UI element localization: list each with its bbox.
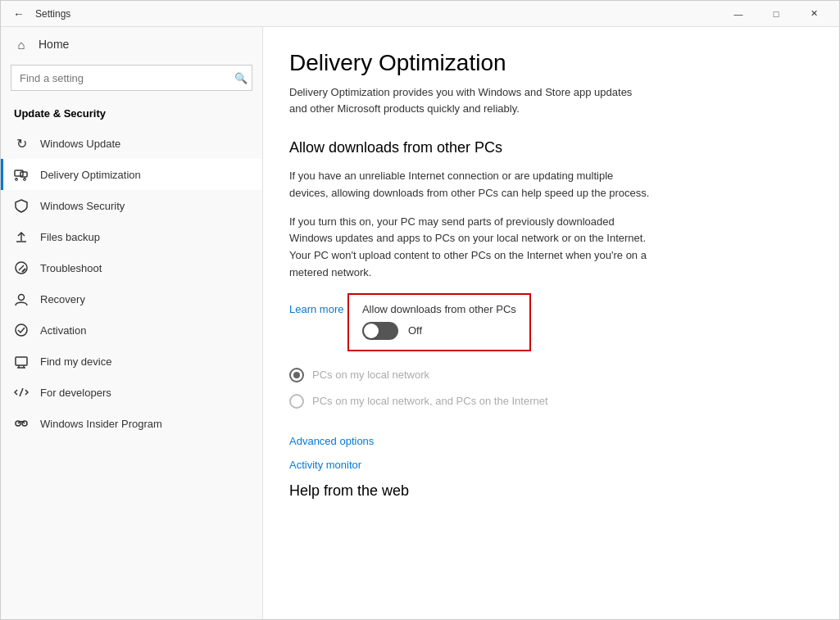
window-title: Settings xyxy=(35,8,720,20)
help-heading: Help from the web xyxy=(289,482,813,500)
sidebar: ⌂ Home 🔍 Update & Security ↻ Windows Upd… xyxy=(1,27,263,619)
home-icon: ⌂ xyxy=(14,37,29,52)
learn-more-link[interactable]: Learn more xyxy=(289,303,343,315)
allow-downloads-heading: Allow downloads from other PCs xyxy=(289,139,813,156)
files-backup-icon xyxy=(14,229,29,244)
svg-rect-13 xyxy=(16,357,27,365)
close-button[interactable]: ✕ xyxy=(795,1,833,27)
svg-line-10 xyxy=(22,269,25,272)
search-box: 🔍 xyxy=(11,65,252,91)
page-title: Delivery Optimization xyxy=(289,50,813,76)
sidebar-section-title: Update & Security xyxy=(1,101,262,128)
toggle-row: Off xyxy=(362,322,516,340)
sidebar-item-windows-update[interactable]: ↻ Windows Update xyxy=(1,128,262,159)
sidebar-item-files-backup[interactable]: Files backup xyxy=(1,221,262,252)
troubleshoot-icon xyxy=(14,260,29,275)
window-controls: — □ ✕ xyxy=(720,1,833,27)
sidebar-item-home[interactable]: ⌂ Home xyxy=(1,27,262,61)
find-device-icon xyxy=(14,354,29,369)
activation-icon xyxy=(14,323,29,337)
radio-option-internet[interactable]: PCs on my local network, and PCs on the … xyxy=(289,394,813,409)
sidebar-item-for-developers[interactable]: For developers xyxy=(1,377,262,408)
back-button[interactable]: ← xyxy=(7,2,30,25)
sidebar-item-windows-insider[interactable]: Windows Insider Program xyxy=(1,408,262,439)
minimize-button[interactable]: — xyxy=(720,1,757,27)
radio-internet-circle xyxy=(289,394,304,409)
windows-security-icon xyxy=(14,198,29,213)
allow-downloads-toggle[interactable] xyxy=(362,322,398,340)
developers-icon xyxy=(14,385,29,400)
allow-text-1: If you have an unreliable Internet conne… xyxy=(289,168,650,202)
svg-line-9 xyxy=(19,265,24,270)
sidebar-item-delivery-optimization[interactable]: Delivery Optimization xyxy=(1,159,262,190)
svg-rect-0 xyxy=(15,170,23,176)
page-description: Delivery Optimization provides you with … xyxy=(289,84,633,116)
sidebar-item-recovery[interactable]: Recovery xyxy=(1,283,262,315)
radio-local-circle xyxy=(289,368,304,382)
radio-internet-label: PCs on my local network, and PCs on the … xyxy=(312,395,548,407)
svg-point-12 xyxy=(16,324,27,336)
recovery-icon xyxy=(14,292,29,306)
radio-option-local[interactable]: PCs on my local network xyxy=(289,368,813,382)
windows-update-icon: ↻ xyxy=(14,136,29,151)
toggle-state-label: Off xyxy=(408,324,422,337)
maximize-button[interactable]: □ xyxy=(757,1,795,27)
sidebar-item-find-my-device[interactable]: Find my device xyxy=(1,346,262,377)
windows-insider-icon xyxy=(14,416,29,431)
search-icon[interactable]: 🔍 xyxy=(234,72,247,84)
svg-line-17 xyxy=(20,388,23,396)
advanced-options-link[interactable]: Advanced options xyxy=(289,435,813,447)
radio-local-label: PCs on my local network xyxy=(312,369,429,381)
svg-point-11 xyxy=(19,295,25,301)
delivery-optimization-icon xyxy=(14,167,29,182)
content-area: ⌂ Home 🔍 Update & Security ↻ Windows Upd… xyxy=(1,27,839,619)
search-input[interactable] xyxy=(11,65,252,91)
titlebar: ← Settings — □ ✕ xyxy=(1,1,839,27)
settings-window: ← Settings — □ ✕ ⌂ Home 🔍 Update & Secur… xyxy=(0,0,840,620)
toggle-box: Allow downloads from other PCs Off xyxy=(347,293,531,351)
sidebar-item-windows-security[interactable]: Windows Security xyxy=(1,190,262,221)
toggle-knob xyxy=(364,324,379,338)
sidebar-item-troubleshoot[interactable]: Troubleshoot xyxy=(1,252,262,283)
allow-text-2: If you turn this on, your PC may send pa… xyxy=(289,214,650,282)
toggle-box-label: Allow downloads from other PCs xyxy=(362,303,516,315)
activity-monitor-link[interactable]: Activity monitor xyxy=(289,459,813,471)
sidebar-item-activation[interactable]: Activation xyxy=(1,315,262,346)
main-content: Delivery Optimization Delivery Optimizat… xyxy=(263,27,839,619)
